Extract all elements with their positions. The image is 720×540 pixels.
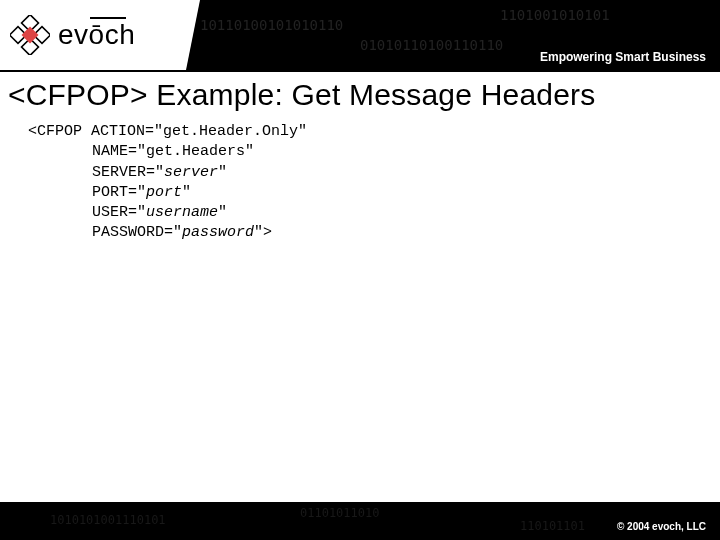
code-key: SERVER=" (92, 164, 164, 181)
diamond-grid-icon (10, 15, 50, 55)
code-line-4: PORT="port" (28, 183, 720, 203)
logo-text: evōch (58, 19, 135, 51)
logo-block: evōch (0, 0, 200, 70)
code-line-5: USER="username" (28, 203, 720, 223)
code-val: port (146, 184, 182, 201)
code-val: server (164, 164, 218, 181)
footer-band: © 2004 evoch, LLC (0, 502, 720, 540)
code-key: NAME=" (92, 143, 146, 160)
header-band: evōch Empowering Smart Business (0, 0, 720, 70)
logo-label: evōch (58, 19, 135, 50)
code-val: username (146, 204, 218, 221)
code-line-1: <CFPOP ACTION="get.Header.Only" (28, 122, 720, 142)
code-block: <CFPOP ACTION="get.Header.Only" NAME="ge… (0, 122, 720, 244)
code-end: " (245, 143, 254, 160)
code-key: PASSWORD=" (92, 224, 182, 241)
code-attr: ACTION="get.Header.Only" (91, 123, 307, 140)
code-end: " (218, 164, 227, 181)
code-end: "> (254, 224, 272, 241)
code-line-3: SERVER="server" (28, 163, 720, 183)
code-line-2: NAME="get.Headers" (28, 142, 720, 162)
page-title: <CFPOP> Example: Get Message Headers (0, 72, 720, 122)
code-tag: <CFPOP (28, 123, 82, 140)
code-end: " (182, 184, 191, 201)
code-end: " (218, 204, 227, 221)
svg-rect-4 (22, 27, 39, 44)
code-val: password (182, 224, 254, 241)
tagline: Empowering Smart Business (540, 50, 706, 64)
code-key: PORT=" (92, 184, 146, 201)
copyright: © 2004 evoch, LLC (617, 521, 706, 532)
code-line-6: PASSWORD="password"> (28, 223, 720, 243)
code-val: get.Headers (146, 143, 245, 160)
code-key: USER=" (92, 204, 146, 221)
